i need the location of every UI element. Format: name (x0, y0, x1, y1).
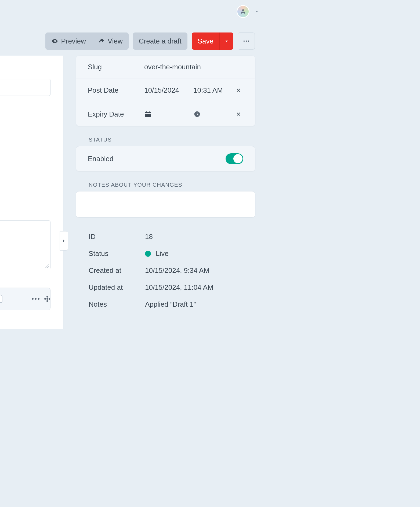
entry-fields-card: Slug over-the-mountain Post Date 10/15/2… (76, 56, 255, 126)
chevron-down-icon (224, 38, 230, 44)
meta-created-value: 10/15/2024, 9:34 AM (145, 266, 209, 275)
meta-created-row: Created at 10/15/2024, 9:34 AM (89, 262, 255, 279)
expiry-date-label: Expiry Date (88, 110, 144, 118)
slug-label: Slug (88, 63, 144, 71)
status-card: Enabled (76, 146, 255, 171)
clock-icon (193, 110, 234, 118)
post-date-row: Post Date 10/15/2024 10:31 AM (76, 78, 255, 102)
svg-point-1 (246, 41, 247, 42)
expiry-time-input[interactable] (193, 110, 234, 118)
share-arrow-icon (98, 38, 105, 45)
avatar[interactable]: A (237, 5, 249, 18)
text-input-stub[interactable] (0, 79, 50, 96)
svg-point-0 (244, 41, 245, 42)
toggle-knob (233, 154, 242, 163)
slug-value[interactable]: over-the-mountain (144, 63, 243, 71)
calendar-icon (144, 110, 156, 118)
close-icon (236, 111, 241, 117)
eye-icon (51, 38, 58, 45)
block-actions-icon[interactable] (32, 298, 39, 300)
meta-id-value: 18 (145, 233, 153, 241)
chevron-right-icon (61, 238, 67, 244)
view-label: View (108, 37, 123, 45)
create-draft-label: Create a draft (139, 37, 182, 45)
ellipsis-icon (242, 37, 250, 45)
preview-label: Preview (61, 37, 86, 45)
view-button[interactable]: View (92, 32, 129, 50)
meta-updated-label: Updated at (89, 283, 145, 292)
meta-id-row: ID 18 (89, 228, 255, 245)
view-group: Preview View (45, 32, 128, 50)
meta-notes-label: Notes (89, 300, 145, 309)
close-icon (236, 87, 241, 93)
save-dropdown-button[interactable] (219, 32, 233, 50)
meta-updated-value: 10/15/2024, 11:04 AM (145, 283, 213, 292)
textarea-stub[interactable] (0, 220, 50, 269)
meta-created-label: Created at (89, 266, 145, 275)
user-menu-chevron[interactable] (254, 9, 260, 15)
create-draft-button[interactable]: Create a draft (133, 32, 187, 50)
status-dot-icon (145, 251, 151, 257)
avatar-letter: A (241, 8, 245, 16)
notes-heading: NOTES ABOUT YOUR CHANGES (89, 182, 255, 188)
enabled-toggle[interactable] (226, 153, 243, 164)
save-button[interactable]: Save (192, 32, 219, 50)
expiry-date-input[interactable] (144, 110, 156, 118)
post-date-value[interactable]: 10/15/2024 (144, 86, 185, 95)
meta-notes-value: Applied “Draft 1” (145, 300, 196, 309)
post-date-time[interactable]: 10:31 AM (193, 86, 234, 95)
enabled-label: Enabled (88, 155, 113, 163)
status-heading: STATUS (89, 136, 255, 143)
revision-notes-input[interactable] (76, 191, 255, 218)
meta-status-row: Status Live (89, 245, 255, 262)
block-card-stub[interactable] (0, 288, 50, 310)
save-group: Save (192, 32, 233, 50)
meta-id-label: ID (89, 233, 145, 241)
app-header: A (0, 0, 268, 23)
main-editor-pane (0, 56, 63, 329)
meta-status-label: Status (89, 249, 145, 258)
save-label: Save (198, 37, 213, 45)
content-panes: Slug over-the-mountain Post Date 10/15/2… (0, 56, 268, 329)
block-checkbox[interactable] (0, 295, 2, 303)
svg-point-2 (248, 41, 249, 42)
clear-post-date-button[interactable] (234, 85, 243, 95)
preview-button[interactable]: Preview (45, 32, 92, 50)
collapse-sidebar-handle[interactable] (60, 231, 68, 251)
expiry-date-row: Expiry Date (76, 102, 255, 126)
action-toolbar: Preview View Create a draft Save (0, 23, 268, 56)
meta-updated-row: Updated at 10/15/2024, 11:04 AM (89, 279, 255, 296)
meta-notes-row: Notes Applied “Draft 1” (89, 296, 255, 313)
post-date-label: Post Date (88, 86, 144, 95)
details-sidebar: Slug over-the-mountain Post Date 10/15/2… (63, 56, 268, 329)
slug-row: Slug over-the-mountain (76, 56, 255, 78)
editor-canvas (0, 56, 63, 329)
move-icon[interactable] (44, 296, 50, 302)
meta-list: ID 18 Status Live Created at 10/15/2024,… (89, 228, 255, 313)
more-actions-button[interactable] (238, 32, 255, 50)
meta-status-value: Live (156, 249, 169, 258)
clear-expiry-date-button[interactable] (234, 109, 243, 119)
